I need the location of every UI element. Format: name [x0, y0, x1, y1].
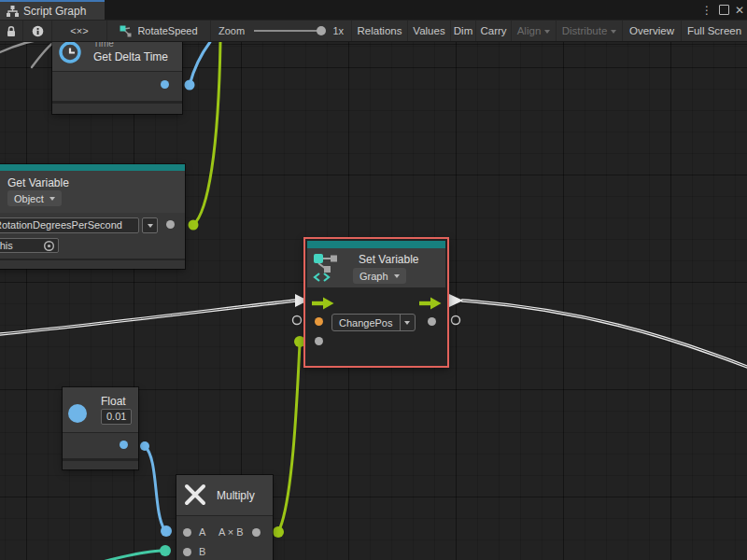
variable-kind-label: Object [14, 193, 44, 204]
input-port-b[interactable] [183, 548, 191, 556]
flow-arrowhead-out [448, 294, 463, 308]
node-title: Get Variable [7, 176, 69, 189]
port-label-b: B [199, 546, 205, 557]
node-set-variable: Set Variable Graph ChangePos [307, 241, 445, 364]
node-title: Get Delta Time [93, 50, 168, 63]
float-literal-icon [68, 404, 87, 423]
wire-dot [273, 526, 284, 538]
chevron-down-icon [404, 321, 410, 328]
port-label-a: A [199, 526, 205, 538]
wire-multiply-to-setvariable[interactable] [278, 343, 300, 532]
code-icon: <×> [70, 25, 88, 36]
values-button[interactable]: Values [408, 21, 451, 41]
tab-bar: Script Graph ⋮ ✕ [0, 0, 747, 20]
flow-output-arrow-icon[interactable] [419, 297, 442, 310]
float-value-field[interactable]: 0.01 [101, 409, 132, 425]
distribute-dropdown-button[interactable]: Distribute [557, 21, 623, 41]
chevron-down-icon [148, 224, 153, 231]
node-multiply[interactable]: Multiply A A × B B [176, 475, 273, 560]
align-dropdown-button[interactable]: Align [512, 21, 557, 41]
variable-kind-dropdown[interactable]: Graph [353, 268, 406, 284]
lock-button[interactable] [0, 21, 23, 41]
wire-gray-topleft-2[interactable] [32, 42, 54, 67]
variable-node-strip [307, 241, 445, 248]
variable-name-dropdown-button[interactable] [400, 315, 415, 330]
node-float[interactable]: Float 0.01 [63, 387, 138, 469]
node-footer [307, 357, 445, 364]
carry-button[interactable]: Carry [476, 21, 512, 41]
node-title: Set Variable [359, 253, 418, 266]
input-port-a[interactable] [183, 528, 191, 537]
wire-getvariable-out[interactable] [193, 42, 220, 225]
zoom-value: 1x [332, 25, 344, 36]
clock-icon [58, 40, 82, 64]
wire-dot [189, 220, 199, 231]
kebab-menu-icon: ⋮ [701, 4, 712, 17]
overview-button[interactable]: Overview [623, 21, 682, 41]
window-menu-button[interactable]: ⋮ [700, 0, 713, 20]
input-port-value[interactable] [315, 317, 323, 326]
fullscreen-button[interactable]: Full Screen [682, 21, 747, 41]
window-close-button[interactable]: ✕ [732, 0, 747, 20]
variable-name-dropdown[interactable]: ChangePos [331, 314, 416, 331]
chevron-down-icon [49, 197, 55, 203]
lock-icon [6, 25, 17, 37]
graph-hierarchy-icon [7, 6, 19, 17]
zoom-slider[interactable] [254, 30, 323, 32]
multiply-icon [183, 483, 207, 507]
info-icon [32, 25, 44, 37]
output-port-float[interactable] [120, 441, 128, 449]
zoom-label: Zoom [218, 25, 245, 36]
node-get-delta-time[interactable]: Time Get Delta Time [52, 33, 182, 114]
wire-dot [161, 525, 172, 537]
graph-asset-icon [120, 25, 132, 37]
code-view-button[interactable]: <×> [52, 21, 107, 41]
maximize-icon [719, 5, 729, 15]
chevron-down-icon [611, 30, 616, 36]
variable-kind-dropdown[interactable]: Object [7, 190, 62, 206]
wire-float-to-multiply[interactable] [145, 446, 164, 529]
variable-node-strip [0, 164, 185, 171]
window-maximize-button[interactable] [716, 0, 731, 20]
object-picker-icon[interactable] [43, 240, 55, 252]
wire-dot [140, 441, 149, 451]
tab-title: Script Graph [23, 5, 86, 18]
variable-name-dropdown-button[interactable] [142, 217, 158, 233]
unconnected-port-ring-right[interactable] [452, 316, 460, 325]
unity-visual-scripting-window: Time Get Delta Time Get Variable Object … [0, 0, 747, 560]
relations-button[interactable]: Relations [352, 21, 408, 41]
output-port-variable-value[interactable] [166, 220, 175, 229]
graph-toolbar: <×> RotateSpeed Zoom 1x Relations Values… [0, 20, 747, 42]
chevron-down-icon [394, 274, 400, 281]
node-title: Float [101, 395, 126, 408]
zoom-slider-handle[interactable] [317, 26, 326, 35]
chevron-down-icon [544, 30, 550, 36]
wire-dot [160, 545, 171, 556]
wire-deltatime-out[interactable] [190, 42, 210, 85]
unconnected-port-ring-left[interactable] [293, 316, 302, 325]
info-button[interactable] [23, 21, 52, 41]
node-title: Multiply [217, 489, 255, 502]
close-icon: ✕ [735, 4, 744, 17]
node-footer [0, 260, 185, 269]
output-port-delta-time[interactable] [161, 80, 169, 89]
output-port-product[interactable] [252, 528, 261, 537]
node-footer [63, 461, 138, 469]
fallback-object-field[interactable]: This [0, 238, 59, 253]
wire-flow-out[interactable] [462, 301, 747, 367]
graph-breadcrumb[interactable]: RotateSpeed [107, 21, 211, 41]
wire-dot [185, 80, 195, 91]
node-footer [52, 104, 182, 114]
input-port-fallback[interactable] [315, 337, 323, 345]
output-port-value[interactable] [428, 317, 436, 326]
graph-name-label: RotateSpeed [137, 25, 197, 36]
zoom-control: Zoom 1x [211, 21, 352, 41]
node-get-variable[interactable]: Get Variable Object RotationDegreesPerSe… [0, 164, 185, 269]
flow-input-arrow-icon[interactable] [312, 297, 334, 310]
variable-name-field[interactable]: RotationDegreesPerSecond [0, 217, 139, 233]
node-set-variable-selected[interactable]: Set Variable Graph ChangePos [303, 237, 449, 368]
dim-button[interactable]: Dim [451, 21, 476, 41]
fallback-object-label: This [0, 240, 13, 251]
tab-script-graph[interactable]: Script Graph [0, 0, 105, 20]
wire-to-multiply-b[interactable] [99, 551, 161, 560]
